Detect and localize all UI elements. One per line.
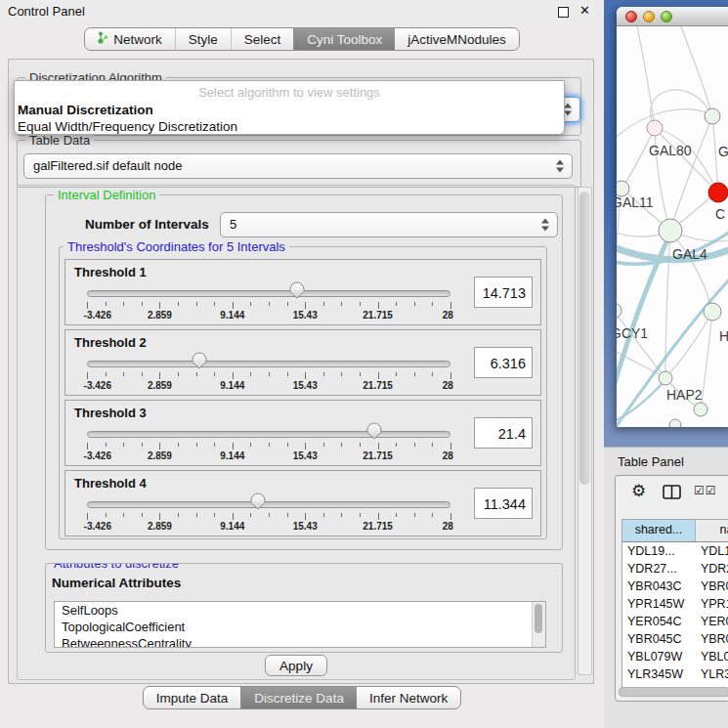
close-icon[interactable]: ✕ bbox=[579, 3, 590, 18]
network-node[interactable] bbox=[659, 219, 682, 242]
checkbox-icon[interactable]: ☑ bbox=[706, 484, 717, 497]
slider-tick bbox=[178, 372, 179, 376]
slider-tick bbox=[142, 513, 143, 517]
threshold-slider[interactable]: -3.4262.8599.14415.4321.71528 bbox=[87, 352, 450, 393]
tick-label: 15.43 bbox=[293, 310, 318, 321]
table-cell: YPR145W bbox=[622, 595, 696, 613]
table-row[interactable]: YER054CYER0 bbox=[622, 613, 728, 630]
float-panel-icon[interactable] bbox=[558, 7, 569, 18]
node-label: H bbox=[719, 328, 728, 344]
table-cell: YDL1 bbox=[696, 542, 728, 560]
slider-tick bbox=[396, 372, 397, 376]
slider-handle[interactable] bbox=[249, 492, 267, 514]
slider-tick bbox=[341, 513, 342, 517]
tab-network[interactable]: Network bbox=[85, 28, 175, 50]
zoom-window-icon[interactable] bbox=[661, 11, 672, 22]
table-row[interactable]: YBR045CYBR0 bbox=[622, 630, 728, 648]
network-canvas[interactable]: GAL80GCGAL11GAL4GCY1HHAP2 bbox=[617, 26, 728, 427]
slider-tick bbox=[450, 513, 451, 520]
table-row[interactable]: YBR043CYBR0 bbox=[622, 578, 728, 595]
network-node[interactable] bbox=[617, 303, 621, 319]
table-row[interactable]: YLR345WYLR3 bbox=[622, 665, 728, 683]
slider-tick bbox=[123, 513, 124, 517]
thresholds-label: Threshold's Coordinates for 5 Intervals bbox=[64, 239, 289, 254]
slider-track[interactable] bbox=[87, 501, 450, 508]
columns-icon[interactable] bbox=[663, 485, 681, 503]
threshold-slider[interactable]: -3.4262.8599.14415.4321.71528 bbox=[87, 422, 450, 463]
gear-icon[interactable]: ⚙ bbox=[631, 481, 646, 501]
slider-tick bbox=[287, 443, 288, 447]
column-header-0[interactable]: shared... bbox=[622, 520, 696, 541]
algorithm-option-equal-width-frequency-discretization[interactable]: Equal Width/Frequency Discretization bbox=[18, 119, 237, 134]
column-header-1[interactable]: na bbox=[696, 520, 728, 541]
slider-tick bbox=[159, 302, 160, 309]
slider-tick bbox=[233, 302, 234, 309]
table-cell: YBR043C bbox=[622, 578, 696, 595]
network-node[interactable] bbox=[647, 120, 663, 136]
panel-title: Control Panel bbox=[8, 4, 85, 19]
table-row[interactable]: YBL079WYBL0 bbox=[622, 648, 728, 665]
network-node[interactable] bbox=[705, 108, 720, 124]
tab-select[interactable]: Select bbox=[231, 28, 294, 50]
number-of-intervals-combobox[interactable]: 5 bbox=[220, 212, 558, 237]
slider-tick bbox=[432, 513, 433, 517]
slider-tick bbox=[214, 443, 215, 447]
slider-tick bbox=[106, 443, 107, 447]
numerical-attributes-heading: Numerical Attributes bbox=[52, 576, 181, 590]
tab-cyni-toolbox[interactable]: Cyni Toolbox bbox=[293, 28, 395, 50]
slider-handle[interactable] bbox=[191, 352, 208, 373]
threshold-value-field[interactable]: 6.316 bbox=[474, 347, 533, 378]
table-row[interactable]: YDL19...YDL1 bbox=[622, 542, 728, 560]
tab-label: Style bbox=[189, 31, 218, 48]
select-functions-icons[interactable]: ☑☑ bbox=[694, 484, 717, 497]
threshold-value-field[interactable]: 14.713 bbox=[474, 277, 533, 308]
node-attribute-table[interactable]: shared...na YDL19...YDL1YDR27...YDR2YBR0… bbox=[621, 519, 728, 695]
network-node[interactable] bbox=[669, 419, 681, 427]
tick-label: 28 bbox=[443, 310, 453, 321]
slider-tick bbox=[123, 302, 124, 306]
slider-track[interactable] bbox=[87, 361, 450, 367]
vertical-scrollbar[interactable] bbox=[578, 187, 592, 675]
list-scrollbar[interactable] bbox=[532, 602, 545, 647]
tab-label: Discretize Data bbox=[254, 690, 344, 707]
table-row[interactable]: YDR27...YDR2 bbox=[622, 560, 728, 578]
slider-tick bbox=[250, 372, 251, 376]
attribute-item-betweennesscentrality[interactable]: BetweennessCentrality bbox=[55, 635, 545, 648]
tab-style[interactable]: Style bbox=[175, 28, 231, 50]
tab-infer-network[interactable]: Infer Network bbox=[357, 687, 460, 708]
table-panel-title: Table Panel bbox=[618, 454, 684, 469]
tab-discretize-data[interactable]: Discretize Data bbox=[240, 687, 357, 708]
threshold-value-field[interactable]: 21.4 bbox=[474, 417, 533, 449]
network-node[interactable] bbox=[704, 303, 721, 321]
algorithm-option-manual-discretization[interactable]: Manual Discretization bbox=[18, 103, 153, 117]
tick-label: 2.859 bbox=[148, 310, 172, 321]
slider-handle[interactable] bbox=[288, 281, 306, 303]
network-node[interactable] bbox=[659, 371, 672, 385]
threshold-panel-3: Threshold 3-3.4262.8599.14415.4321.71528… bbox=[64, 400, 541, 466]
table-row[interactable]: YPR145WYPR1 bbox=[622, 595, 728, 613]
threshold-value-field[interactable]: 11.344 bbox=[474, 488, 533, 519]
attribute-item-topologicalcoefficient[interactable]: TopologicalCoefficient bbox=[55, 619, 545, 635]
minimize-window-icon[interactable] bbox=[643, 11, 655, 22]
network-node[interactable] bbox=[708, 183, 728, 202]
threshold-slider[interactable]: -3.4262.8599.14415.4321.71528 bbox=[87, 492, 450, 534]
attributes-listbox[interactable]: SelfLoopsTopologicalCoefficientBetweenne… bbox=[54, 601, 546, 648]
network-node[interactable] bbox=[694, 403, 707, 416]
table-data-combobox-value: galFiltered.sif default node bbox=[33, 158, 182, 173]
table-data-combobox[interactable]: galFiltered.sif default node bbox=[23, 153, 573, 179]
tab-impute-data[interactable]: Impute Data bbox=[144, 687, 241, 708]
slider-handle[interactable] bbox=[365, 422, 383, 444]
apply-button[interactable]: Apply bbox=[265, 655, 327, 676]
slider-track[interactable] bbox=[87, 431, 450, 438]
slider-tick bbox=[378, 372, 379, 379]
slider-tick bbox=[396, 443, 397, 447]
checkbox-icon[interactable]: ☑ bbox=[694, 484, 706, 497]
close-window-icon[interactable] bbox=[625, 11, 637, 22]
slider-track[interactable] bbox=[87, 290, 450, 297]
horizontal-scrollbar[interactable] bbox=[619, 687, 728, 697]
threshold-label: Threshold 1 bbox=[74, 265, 147, 279]
threshold-slider[interactable]: -3.4262.8599.14415.4321.71528 bbox=[87, 281, 450, 322]
slider-tick bbox=[142, 372, 143, 376]
attribute-item-selfloops[interactable]: SelfLoops bbox=[55, 602, 545, 619]
tab-jactivemnodules[interactable]: jActiveMNodules bbox=[395, 28, 519, 50]
